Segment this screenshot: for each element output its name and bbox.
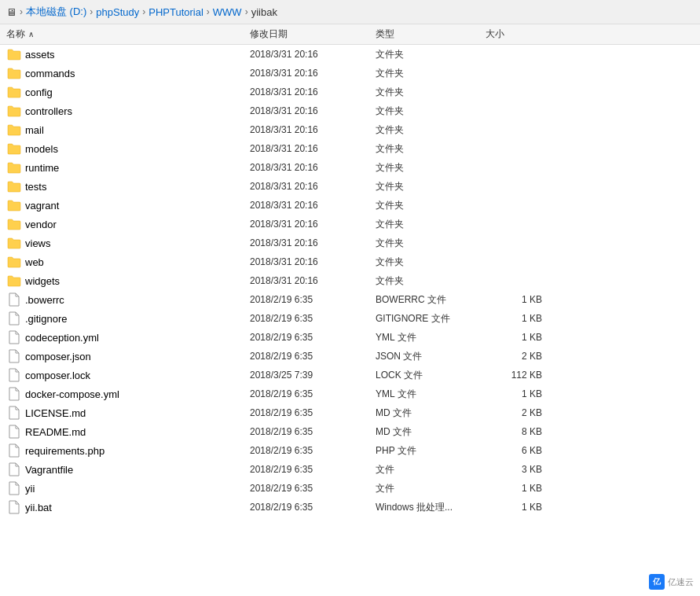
- table-row[interactable]: codeception.yml2018/2/19 6:35YML 文件1 KB: [0, 328, 700, 347]
- breadcrumb-item-2[interactable]: PHPTutorial: [148, 6, 203, 18]
- file-name: models: [25, 143, 250, 155]
- file-date: 2018/3/31 20:16: [250, 219, 376, 230]
- watermark-text: 亿速云: [668, 576, 694, 588]
- file-name: vendor: [25, 219, 250, 230]
- file-icon: [6, 425, 22, 439]
- folder-icon: [6, 104, 22, 118]
- file-type: LOCK 文件: [376, 369, 486, 382]
- table-row[interactable]: .gitignore2018/2/19 6:35GITIGNORE 文件1 KB: [0, 309, 700, 328]
- table-row[interactable]: composer.json2018/2/19 6:35JSON 文件2 KB: [0, 347, 700, 366]
- file-size: 3 KB: [486, 464, 548, 475]
- file-name: widgets: [25, 275, 250, 287]
- file-icon: [6, 292, 22, 307]
- table-row[interactable]: Vagrantfile2018/2/19 6:35文件3 KB: [0, 460, 700, 479]
- table-row[interactable]: vendor2018/3/31 20:16文件夹: [0, 215, 700, 234]
- breadcrumb-current: yiibak: [251, 6, 277, 18]
- file-type: BOWERRC 文件: [376, 293, 486, 307]
- file-name: config: [25, 86, 250, 98]
- table-row[interactable]: vagrant2018/3/31 20:16文件夹: [0, 196, 700, 215]
- file-date: 2018/3/31 20:16: [250, 68, 376, 79]
- file-date: 2018/3/31 20:16: [250, 49, 376, 60]
- file-name: composer.lock: [25, 370, 250, 381]
- breadcrumb-sep-0: ›: [20, 6, 23, 17]
- file-type: 文件夹: [376, 218, 486, 231]
- file-name: codeception.yml: [25, 332, 250, 344]
- file-type: PHP 文件: [376, 444, 486, 458]
- breadcrumb-item-0[interactable]: 本地磁盘 (D:): [26, 5, 86, 19]
- file-name: .bowerrc: [25, 294, 250, 306]
- file-date: 2018/3/31 20:16: [250, 181, 376, 192]
- file-type: JSON 文件: [376, 350, 486, 363]
- col-header-type[interactable]: 类型: [376, 28, 486, 41]
- folder-icon: [6, 85, 22, 99]
- file-date: 2018/3/31 20:16: [250, 105, 376, 116]
- file-list: assets2018/3/31 20:16文件夹 commands2018/3/…: [0, 45, 700, 517]
- breadcrumb-sep-4: ›: [245, 6, 248, 17]
- file-size: 2 KB: [486, 351, 548, 362]
- file-size: 1 KB: [486, 502, 548, 513]
- table-row[interactable]: .bowerrc2018/2/19 6:35BOWERRC 文件1 KB: [0, 290, 700, 309]
- table-row[interactable]: tests2018/3/31 20:16文件夹: [0, 177, 700, 196]
- file-name: views: [25, 237, 250, 249]
- file-size: 1 KB: [486, 332, 548, 343]
- folder-icon: [6, 123, 22, 137]
- table-row[interactable]: widgets2018/3/31 20:16文件夹: [0, 271, 700, 290]
- table-row[interactable]: controllers2018/3/31 20:16文件夹: [0, 101, 700, 120]
- file-name: mail: [25, 124, 250, 136]
- file-date: 2018/3/31 20:16: [250, 143, 376, 154]
- file-icon: [6, 462, 22, 476]
- table-row[interactable]: requirements.php2018/2/19 6:35PHP 文件6 KB: [0, 441, 700, 460]
- folder-icon: [6, 179, 22, 193]
- folder-icon: [6, 66, 22, 80]
- folder-icon: [6, 236, 22, 250]
- file-type: GITIGNORE 文件: [376, 312, 486, 326]
- table-row[interactable]: runtime2018/3/31 20:16文件夹: [0, 158, 700, 177]
- file-icon: [6, 330, 22, 344]
- col-header-date[interactable]: 修改日期: [250, 28, 376, 41]
- col-header-name[interactable]: 名称 ∧: [6, 28, 250, 41]
- table-row[interactable]: web2018/3/31 20:16文件夹: [0, 252, 700, 271]
- table-row[interactable]: commands2018/3/31 20:16文件夹: [0, 64, 700, 83]
- file-type: 文件夹: [376, 161, 486, 175]
- folder-icon: [6, 217, 22, 231]
- column-headers: 名称 ∧ 修改日期 类型 大小: [0, 24, 700, 45]
- file-size: 6 KB: [486, 445, 548, 456]
- folder-icon: [6, 255, 22, 269]
- breadcrumb-item-1[interactable]: phpStudy: [96, 6, 139, 18]
- file-type: MD 文件: [376, 425, 486, 439]
- file-date: 2018/3/25 7:39: [250, 370, 376, 381]
- file-date: 2018/2/19 6:35: [250, 445, 376, 456]
- breadcrumb-item-3[interactable]: WWW: [213, 6, 242, 18]
- table-row[interactable]: views2018/3/31 20:16文件夹: [0, 234, 700, 252]
- file-date: 2018/3/31 20:16: [250, 237, 376, 248]
- breadcrumb-home-icon: 🖥: [6, 6, 16, 18]
- table-row[interactable]: composer.lock2018/3/25 7:39LOCK 文件112 KB: [0, 366, 700, 384]
- table-row[interactable]: mail2018/3/31 20:16文件夹: [0, 120, 700, 139]
- file-icon: [6, 349, 22, 363]
- file-name: yii: [25, 483, 250, 495]
- table-row[interactable]: README.md2018/2/19 6:35MD 文件8 KB: [0, 422, 700, 441]
- table-row[interactable]: models2018/3/31 20:16文件夹: [0, 139, 700, 158]
- file-date: 2018/3/31 20:16: [250, 124, 376, 135]
- file-type: 文件夹: [376, 123, 486, 137]
- file-name: Vagrantfile: [25, 464, 250, 476]
- col-header-size[interactable]: 大小: [486, 28, 548, 41]
- file-date: 2018/2/19 6:35: [250, 464, 376, 475]
- file-icon: [6, 443, 22, 458]
- folder-icon: [6, 142, 22, 156]
- file-name: docker-compose.yml: [25, 388, 250, 400]
- table-row[interactable]: assets2018/3/31 20:16文件夹: [0, 45, 700, 64]
- watermark: 亿 亿速云: [649, 574, 694, 590]
- table-row[interactable]: docker-compose.yml2018/2/19 6:35YML 文件1 …: [0, 384, 700, 403]
- table-row[interactable]: config2018/3/31 20:16文件夹: [0, 83, 700, 101]
- file-name: LICENSE.md: [25, 407, 250, 419]
- file-name: runtime: [25, 162, 250, 174]
- table-row[interactable]: yii2018/2/19 6:35文件1 KB: [0, 479, 700, 498]
- table-row[interactable]: LICENSE.md2018/2/19 6:35MD 文件2 KB: [0, 403, 700, 422]
- file-size: 2 KB: [486, 407, 548, 418]
- breadcrumb: 🖥 › 本地磁盘 (D:) › phpStudy › PHPTutorial ›…: [0, 0, 700, 24]
- file-type: 文件夹: [376, 48, 486, 61]
- file-type: YML 文件: [376, 388, 486, 401]
- file-date: 2018/2/19 6:35: [250, 407, 376, 418]
- table-row[interactable]: yii.bat2018/2/19 6:35Windows 批处理...1 KB: [0, 498, 700, 517]
